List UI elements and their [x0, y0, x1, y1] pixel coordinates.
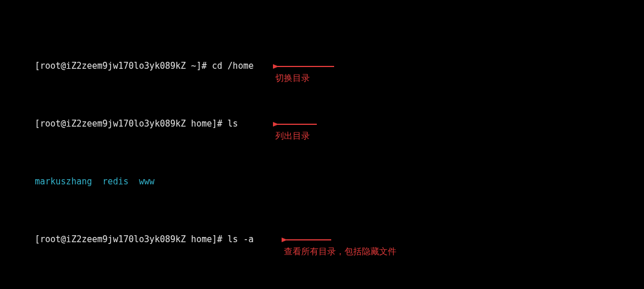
annotation-list-dir: 列出目录 — [257, 106, 318, 153]
cmd-ls: ls — [227, 118, 238, 129]
term-line: markuszhang redis www — [3, 164, 641, 176]
dir-markuszhang: markuszhang — [35, 176, 92, 187]
terminal[interactable]: [root@iZ2zeem9jw170lo3yk089kZ ~]# cd /ho… — [0, 0, 644, 289]
arrow-icon — [280, 235, 332, 245]
prompt: [root@iZ2zeem9jw170lo3yk089kZ home]# — [35, 118, 222, 129]
term-line: [root@iZ2zeem9jw170lo3yk089kZ home]# ls … — [3, 106, 641, 118]
prompt: [root@iZ2zeem9jw170lo3yk089kZ home]# — [35, 234, 222, 244]
annotation-label: 列出目录 — [275, 130, 310, 142]
annotation-all-hidden: 查看所有目录，包括隐藏文件 — [266, 222, 396, 269]
annotation-switch-dir: 切换目录 — [257, 49, 335, 95]
arrow-icon — [272, 61, 335, 72]
term-line: [root@iZ2zeem9jw170lo3yk089kZ home]# ls … — [3, 222, 641, 234]
cmd-ls-a: ls -a — [227, 234, 253, 244]
dir-www: www — [139, 176, 155, 187]
annotation-label: 查看所有目录，包括隐藏文件 — [284, 246, 396, 257]
cmd-cd: cd /home — [212, 61, 253, 71]
term-line: . .. markuszhang redis www — [3, 280, 641, 289]
dir-redis: redis — [103, 176, 129, 187]
arrow-icon — [272, 119, 318, 129]
prompt: [root@iZ2zeem9jw170lo3yk089kZ ~]# — [35, 61, 207, 71]
annotation-label: 切换目录 — [275, 72, 310, 84]
term-line: [root@iZ2zeem9jw170lo3yk089kZ ~]# cd /ho… — [3, 49, 641, 60]
